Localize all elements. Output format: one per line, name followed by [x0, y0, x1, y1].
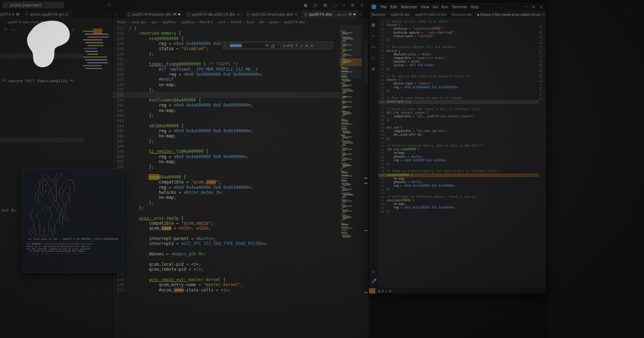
- tab-ipq9574.dtsi[interactable]: ipq9574.dtsi...qcomM●: [301, 10, 359, 19]
- scrollbar[interactable]: [364, 41, 368, 84]
- tab-ipq5332-thermald.dtsi[interactable]: ipq5332-thermald.dtsi×: [244, 10, 301, 19]
- regex-icon[interactable]: .*: [277, 44, 279, 48]
- breadcrumb-item[interactable]: arm64: [231, 20, 242, 24]
- find-in-selection-icon[interactable]: ≡: [305, 44, 308, 48]
- close-icon[interactable]: ×: [540, 5, 543, 9]
- line-number: 40: [378, 137, 387, 141]
- references-icon[interactable]: ⊶: [371, 44, 376, 49]
- tab-nav-icons[interactable]: ‹›: [113, 10, 125, 19]
- find-close-icon[interactable]: ×: [310, 44, 313, 48]
- menu-go[interactable]: Go: [431, 5, 440, 9]
- left-minimap[interactable]: [83, 31, 111, 71]
- toolbar-icon[interactable]: ▭: [11, 27, 15, 32]
- code-line: 363 compatible = "qcom,smp2p";: [113, 221, 340, 226]
- file-icon: [187, 13, 190, 16]
- tab-ipq9574-db-al02-c3.dts[interactable]: ipq9574-db-al02-c3.dts×: [184, 10, 244, 19]
- breadcrumb-item[interactable]: ipq95xx: [181, 20, 195, 24]
- search-icon[interactable]: ⌕: [372, 33, 375, 38]
- tab-Welcome[interactable]: Welcome: [369, 11, 388, 18]
- menu-selection[interactable]: Selection: [399, 5, 419, 9]
- restore-icon[interactable]: ⧉: [351, 3, 354, 8]
- tab-thermald.dtsi[interactable]: thermald.dtsi: [449, 11, 475, 18]
- breadcrumb-item[interactable]: qcom: [269, 20, 279, 24]
- layout-icon[interactable]: ▢: [333, 3, 337, 8]
- close-icon[interactable]: ×: [360, 3, 364, 8]
- extensions-icon[interactable]: ⊞: [371, 67, 375, 72]
- explorer-icon[interactable]: ▣: [371, 22, 375, 27]
- menu-edit[interactable]: Edit: [389, 5, 399, 9]
- nav-chevron-icon[interactable]: ‹: [116, 12, 117, 17]
- menu-view[interactable]: View: [419, 5, 431, 9]
- breadcrumb-item[interactable]: ipq9574.dtsi: [284, 20, 305, 24]
- front-window-controls[interactable]: ─⧉×: [525, 5, 543, 9]
- line-number: 30: [378, 100, 387, 104]
- menu-run[interactable]: Run: [440, 5, 450, 9]
- layout-split-icon[interactable]: ◫: [313, 3, 317, 8]
- window-search-box[interactable]: ⌕ prplos [openwrt]: [3, 2, 64, 8]
- layout-panel-icon[interactable]: ▤: [323, 3, 327, 8]
- tab-label: ipq9574-al02-c3.dtsi: [415, 13, 447, 16]
- tab-ipq9574-freedom.dts[interactable]: ipq9574-freedom.dtsM●: [125, 10, 184, 19]
- restore-icon[interactable]: ⧉: [532, 5, 535, 9]
- front-code-area[interactable]: 8// Amount of this needs to be added9cho…: [378, 20, 538, 214]
- minimize-icon[interactable]: ─: [343, 3, 345, 8]
- errors-count: 0: [382, 289, 384, 293]
- tab-label: ipq9574.dtsi: [309, 12, 332, 16]
- tab-ipq9574-al02-c3.dtsi[interactable]: ipq9574-al02-c3.dtsi: [413, 11, 449, 18]
- run-icon[interactable]: ▷: [372, 55, 375, 60]
- tab-ipq9574.dtsi[interactable]: ipq9574.dtsi: [388, 11, 413, 18]
- tab-overflow-icon[interactable]: ⋯: [105, 13, 109, 16]
- warnings-count: 0: [389, 289, 391, 293]
- breadcrumb-item[interactable]: qca: [152, 20, 158, 24]
- menu-terminal[interactable]: Terminal: [450, 5, 469, 9]
- problems-indicator[interactable]: ⊗ 0 ⚠ 0: [375, 289, 391, 293]
- line-number: 46: [378, 159, 387, 162]
- layout-grid-icon[interactable]: ▦: [304, 3, 307, 8]
- tab-ipq9574.h[interactable]: ipq9574.hM: [0, 10, 23, 19]
- breadcrumb-item[interactable]: boot: [247, 20, 254, 24]
- whole-word-icon[interactable]: ab: [271, 44, 275, 48]
- find-input[interactable]: smem Aa ab .*: [228, 43, 281, 49]
- tab-qcom-ipq9574-gcc.h[interactable]: Cqcom-ipq9574-gcc.h: [23, 10, 72, 19]
- account-icon[interactable]: ◎: [371, 269, 375, 274]
- find-expand-icon[interactable]: ›: [224, 44, 226, 48]
- close-icon[interactable]: ×: [237, 13, 240, 16]
- breadcrumb-item[interactable]: ipq95xx: [162, 20, 176, 24]
- close-icon[interactable]: ×: [542, 13, 545, 16]
- toolbar-icon[interactable]: ×: [72, 27, 75, 32]
- code-line: 333 #if !defined(__IPQ_MEM_PROFILE_512_M…: [113, 67, 340, 72]
- back-window-controls[interactable]: ▦◫▤▢─⧉×: [304, 0, 364, 10]
- front-minimap[interactable]: [539, 20, 546, 288]
- line-number: 346: [113, 133, 129, 138]
- front-code-editor[interactable]: 8// Amount of this needs to be added9cho…: [378, 18, 538, 288]
- line-number: 33: [378, 111, 387, 115]
- ascii-art: .-. .-. / ) / \ / ,' / /\ \ / / .-=-. | …: [25, 171, 121, 236]
- find-next-icon[interactable]: ↓: [300, 44, 303, 48]
- close-icon[interactable]: ×: [295, 13, 298, 16]
- match-case-icon[interactable]: Aa: [265, 44, 269, 48]
- breadcrumb-item[interactable]: arch: [218, 20, 226, 24]
- breadcrumb-item[interactable]: files-6.1: [200, 20, 213, 24]
- breadcrumb[interactable]: feeds›feed_qca›qca›ipq95xx›ipq95xx›files…: [113, 19, 369, 25]
- gear-icon[interactable]: ⚙: [371, 279, 375, 284]
- code-area[interactable]: 317/ {321 reserved-memory {326 nss@40000…: [113, 26, 340, 293]
- nav-chevron-icon[interactable]: ›: [120, 12, 121, 17]
- code-line: 28: [378, 93, 538, 97]
- tab-Ensure if this needs to be added (linux)[interactable]: ●Ensure if this needs to be added (linux…: [475, 11, 547, 18]
- line-number: 52: [378, 181, 387, 184]
- breadcrumb-item[interactable]: feeds: [117, 20, 126, 24]
- minimize-icon[interactable]: ─: [525, 5, 527, 9]
- breadcrumb-item[interactable]: dts: [259, 20, 264, 24]
- editor-action-icon[interactable]: ◫: [359, 13, 362, 16]
- find-prev-icon[interactable]: ↑: [295, 44, 298, 48]
- menu-help[interactable]: Help: [469, 5, 480, 9]
- terminal-window[interactable]: .-. .-. / ) / \ / ,' / /\ \ / / .-=-. | …: [22, 168, 124, 273]
- remote-indicator[interactable]: [369, 288, 375, 294]
- code-editor[interactable]: 317/ {321 reserved-memory {326 nss@40000…: [113, 25, 369, 338]
- minimap[interactable]: [340, 25, 362, 338]
- toolbar-icon[interactable]: ↺: [4, 27, 7, 32]
- line-number: 24: [378, 78, 387, 82]
- breadcrumb-item[interactable]: feed_qca: [131, 20, 147, 24]
- close-icon[interactable]: ×: [637, 3, 640, 6]
- menu-file[interactable]: File: [379, 5, 389, 9]
